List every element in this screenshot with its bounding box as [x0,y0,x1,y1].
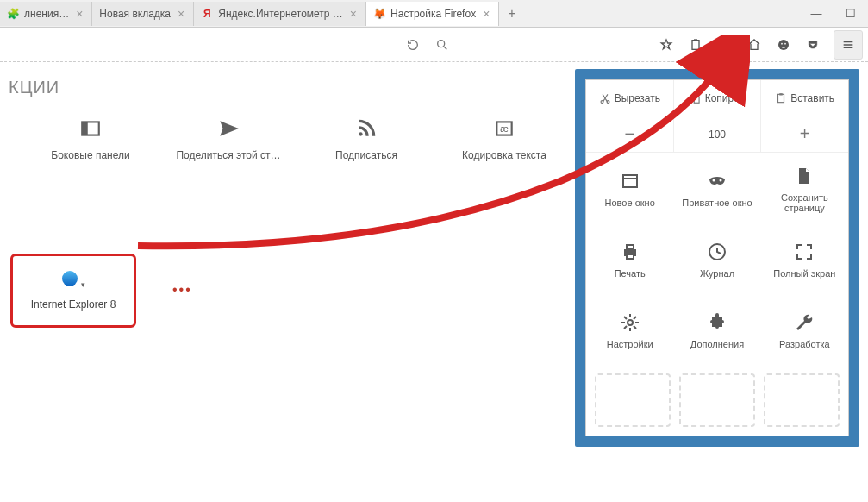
svg-rect-23 [627,245,634,249]
smiley-button[interactable] [771,33,796,57]
tab-customize[interactable]: 🦊 Настройка Firefox × [366,2,499,26]
tool-label: Поделиться этой ст… [176,149,280,161]
paste-button[interactable]: Вставить [761,80,848,116]
svg-rect-16 [778,94,784,102]
close-icon[interactable]: × [481,7,491,21]
svg-rect-8 [82,122,88,135]
tab-label: Яндекс.Интернетометр … [218,8,343,20]
menu-save-page[interactable]: Сохранить страницу [761,153,848,223]
print-icon [620,239,640,265]
svg-point-5 [781,42,783,44]
ie-icon [62,271,78,286]
menu-label: Новое окно [605,198,655,208]
new-tab-button[interactable]: + [499,6,524,22]
close-icon[interactable]: × [74,7,84,21]
menu-label: Полный экран [773,268,835,279]
ie8-tool-highlight[interactable]: ▾ Internet Explorer 8 [10,254,136,328]
paste-label: Вставить [790,92,834,104]
menu-developer[interactable]: Разработка [761,294,848,365]
tool-encoding[interactable]: æ Кодировка текста [448,113,560,161]
home-button[interactable] [742,33,766,57]
svg-point-0 [438,40,445,47]
puzzle-icon: 🧩 [7,8,19,20]
maximize-button[interactable]: ☐ [834,0,868,27]
history-icon [707,239,727,265]
svg-point-13 [607,100,609,103]
menu-label: Печать [615,268,646,279]
svg-rect-24 [627,254,634,259]
mask-icon [707,168,727,194]
svg-point-21 [719,179,721,182]
menu-label: Разработка [779,339,830,349]
drop-slot[interactable] [595,373,671,427]
tab-addons[interactable]: 🧩 лнения… × [0,2,92,26]
tool-label: Internet Explorer 8 [31,298,116,311]
menu-addons[interactable]: Дополнения [673,294,760,365]
menu-label: Дополнения [690,339,744,349]
bookmark-star-button[interactable] [654,33,678,57]
chevron-down-icon: ▾ [81,280,85,289]
yandex-icon: Я [201,8,213,20]
close-icon[interactable]: × [348,7,359,21]
svg-line-1 [444,47,446,49]
copy-button[interactable]: Копиров [674,80,762,116]
toolbar [0,28,868,62]
window-icon [620,168,640,194]
tab-newtab[interactable]: Новая вкладка × [92,2,194,26]
clipboard-button[interactable] [684,33,708,57]
gear-icon [620,310,640,336]
svg-text:æ: æ [500,123,509,134]
svg-rect-3 [694,39,697,41]
tab-label: Настройка Firefox [390,8,476,20]
menu-fullscreen[interactable]: Полный экран [761,223,848,294]
menu-print[interactable]: Печать [586,223,673,294]
tool-subscribe[interactable]: Подписаться [310,113,422,161]
zoom-value: 100 [709,129,726,141]
zoom-level[interactable]: 100 [674,116,762,152]
window-controls: — ☐ [799,0,868,27]
tool-label: Кодировка текста [462,149,546,161]
cut-button[interactable]: Вырезать [586,80,674,116]
rss-icon [310,113,422,144]
menu-new-window[interactable]: Новое окно [586,153,673,223]
menu-button[interactable] [834,30,863,60]
lastpass-icon[interactable]: ••• [172,282,192,298]
minimize-button[interactable]: — [799,0,834,27]
menu-label: Приватное окно [682,198,752,208]
zoom-out-button[interactable]: − [586,116,674,152]
share-icon [172,113,284,144]
svg-point-12 [601,100,603,103]
menu-panel: Вырезать Копиров Вставить − 100 + Новое … [575,69,859,447]
file-icon [794,163,815,189]
tab-label: лнения… [24,8,69,20]
drop-slot[interactable] [679,373,755,427]
svg-rect-17 [779,93,783,95]
tool-share[interactable]: Поделиться этой ст… [172,113,284,161]
menu-label: Настройки [607,339,653,349]
reload-button[interactable] [401,33,425,57]
sidebar-icon [34,113,147,144]
drop-slot[interactable] [764,373,840,427]
svg-point-6 [784,42,786,44]
menu-history[interactable]: Журнал [673,223,760,294]
search-button[interactable] [430,33,454,57]
svg-point-26 [628,320,633,325]
cut-label: Вырезать [615,92,660,104]
firefox-icon: 🦊 [373,8,385,20]
menu-settings[interactable]: Настройки [586,294,673,365]
downloads-button[interactable] [713,33,737,57]
tool-label: Подписаться [335,149,397,161]
close-icon[interactable]: × [176,7,186,21]
fullscreen-icon [794,239,815,265]
zoom-in-button[interactable]: + [761,116,848,152]
tool-sidebar[interactable]: Боковые панели [34,113,147,161]
wrench-icon [794,310,815,336]
pocket-button[interactable] [801,33,825,57]
svg-rect-2 [692,40,699,49]
puzzle-icon [707,310,727,336]
tab-yandex[interactable]: Я Яндекс.Интернетометр … × [194,2,366,26]
menu-private-window[interactable]: Приватное окно [673,153,760,223]
tab-label: Новая вкладка [99,8,171,20]
menu-label: Сохранить страницу [765,192,845,213]
svg-point-4 [778,40,789,50]
